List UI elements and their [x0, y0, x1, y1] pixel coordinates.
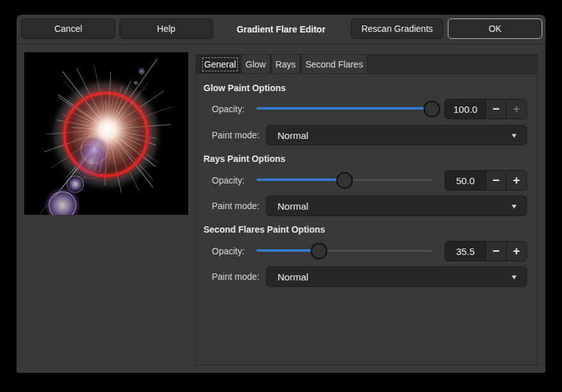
gradient-flare-editor-dialog: Cancel Help Gradient Flare Editor Rescan…	[17, 15, 545, 373]
slider-fill	[256, 107, 432, 110]
glow-paint-mode-value: Normal	[277, 130, 308, 141]
glow-paint-mode-label: Paint mode:	[212, 130, 260, 140]
tab-second-flares-label: Second Flares	[306, 59, 363, 69]
second-flares-opacity-decrement-button[interactable]: −	[485, 242, 506, 261]
glow-opacity-label: Opacity:	[212, 104, 244, 114]
rays-opacity-increment-button[interactable]: +	[506, 171, 526, 190]
tab-glow[interactable]: Glow	[241, 55, 270, 73]
tab-glow-label: Glow	[246, 59, 266, 69]
second-flares-section-heading: Second Flares Paint Options	[203, 224, 325, 235]
rays-opacity-value-field[interactable]: 50.0	[445, 171, 485, 190]
tab-second-flares[interactable]: Second Flares	[301, 55, 367, 73]
second-flares-opacity-increment-button[interactable]: +	[506, 242, 526, 261]
flare-preview-panel	[24, 52, 188, 215]
second-flares-opacity-label: Opacity:	[212, 246, 244, 256]
tab-rays[interactable]: Rays	[271, 55, 300, 73]
rays-section-heading: Rays Paint Options	[203, 154, 285, 164]
second-flares-opacity-spinner: 35.5 − +	[445, 241, 527, 261]
glow-paint-mode-dropdown[interactable]: Normal ▼	[266, 125, 527, 145]
second-flares-paint-mode-dropdown[interactable]: Normal ▼	[266, 266, 527, 287]
glow-opacity-slider[interactable]	[256, 101, 432, 117]
second-flares-paint-mode-label: Paint mode:	[212, 272, 260, 282]
second-flares-paint-mode-value: Normal	[277, 272, 308, 282]
tab-rays-label: Rays	[276, 59, 296, 69]
help-button[interactable]: Help	[119, 18, 213, 39]
rescan-gradients-button[interactable]: Rescan Gradients	[351, 18, 443, 39]
slider-fill	[256, 178, 344, 181]
rays-opacity-decrement-button[interactable]: −	[485, 171, 506, 190]
rays-opacity-label: Opacity:	[212, 175, 244, 185]
dropdown-arrow-icon: ▼	[510, 132, 519, 139]
slider-handle[interactable]	[336, 172, 353, 189]
notebook-tab-bar: General Glow Rays Second Flares	[196, 54, 538, 73]
rays-paint-mode-value: Normal	[277, 201, 308, 212]
slider-handle[interactable]	[311, 243, 327, 259]
flare-preview-image	[24, 52, 188, 215]
glow-opacity-spinner: 100.0 − +	[445, 99, 527, 119]
rays-opacity-slider[interactable]	[256, 172, 432, 189]
ok-button[interactable]: OK	[448, 18, 542, 39]
general-tab-page: Glow Paint Options Opacity: 100.0 − + Pa…	[196, 73, 538, 365]
second-flares-opacity-value-field[interactable]: 35.5	[445, 242, 485, 261]
tab-general[interactable]: General	[200, 55, 240, 73]
glow-opacity-value-field[interactable]: 100.0	[445, 99, 485, 119]
glow-opacity-decrement-button[interactable]: −	[485, 99, 506, 119]
glow-opacity-increment-button[interactable]: +	[506, 99, 526, 119]
tab-general-label: General	[204, 59, 236, 69]
second-flares-opacity-slider[interactable]	[256, 243, 432, 259]
cancel-button[interactable]: Cancel	[21, 18, 115, 39]
rays-paint-mode-label: Paint mode:	[212, 201, 260, 211]
slider-handle[interactable]	[424, 101, 440, 117]
slider-fill	[256, 249, 319, 252]
rays-paint-mode-dropdown[interactable]: Normal ▼	[266, 196, 527, 216]
dropdown-arrow-icon: ▼	[510, 203, 519, 210]
dropdown-arrow-icon: ▼	[510, 273, 519, 280]
glow-section-heading: Glow Paint Options	[203, 83, 286, 93]
dialog-action-bar: Cancel Help Gradient Flare Editor Rescan…	[17, 15, 545, 45]
rays-opacity-spinner: 50.0 − +	[445, 170, 527, 191]
